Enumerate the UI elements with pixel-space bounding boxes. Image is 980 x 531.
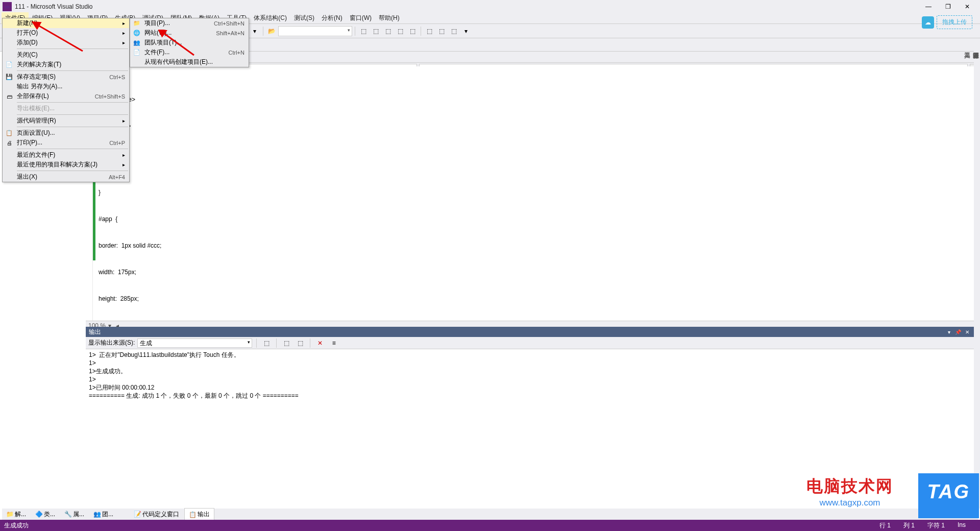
- output-text[interactable]: 1> 正在对"Debug\111.lastbuildstate"执行 Touch…: [86, 349, 974, 414]
- output-tool-icon[interactable]: ⬚: [281, 337, 292, 349]
- menu-add[interactable]: 添加(D) ▸: [3, 38, 129, 47]
- menu-help[interactable]: 帮助(H): [375, 12, 403, 24]
- output-title: 输出: [89, 328, 101, 336]
- window-controls: — ❐ ✕: [923, 2, 977, 12]
- menu-recent-projects[interactable]: 最近使用的项目和解决方案(J) ▸: [3, 160, 129, 170]
- status-ins: Ins: [958, 521, 966, 530]
- submenu-website-label: 网站(W)...: [144, 29, 172, 37]
- maximize-button[interactable]: ❐: [943, 2, 953, 12]
- print-icon: 🖨: [5, 139, 13, 147]
- menu-open[interactable]: 打开(O) ▸: [3, 28, 129, 38]
- status-line: 行 1: [879, 521, 891, 530]
- toolbar-separator: [256, 339, 257, 348]
- submenu-file[interactable]: 📄 文件(F)... Ctrl+N: [130, 47, 249, 57]
- submenu-from-existing[interactable]: 从现有代码创建项目(E)...: [130, 57, 249, 67]
- title-bar: 111 - Microsoft Visual Studio — ❐ ✕: [0, 0, 980, 13]
- bottom-tab-strip: 📁解... 🔷类... 🔧属... 👥团... 📝代码定义窗口 📋输出: [2, 509, 978, 520]
- code-content: et="utf-8"> 计算器</title> ="text/css"> px;…: [99, 66, 974, 327]
- tool-icon[interactable]: ⬚: [448, 26, 459, 37]
- menu-source-control[interactable]: 源代码管理(R) ▸: [3, 116, 129, 126]
- submenu-arrow-icon: ▸: [122, 40, 125, 45]
- find-combo[interactable]: [278, 26, 352, 36]
- menu-close-solution[interactable]: 📄 关闭解决方案(T): [3, 60, 129, 69]
- tool-find-icon[interactable]: 📂: [266, 26, 277, 37]
- shortcut-label: Ctrl+N: [229, 50, 244, 56]
- shortcut-label: Shift+Alt+N: [216, 30, 244, 36]
- tool-icon[interactable]: ⬚: [382, 26, 394, 37]
- watermark-title: 电脑技术网: [806, 475, 893, 498]
- output-clear-icon[interactable]: ✕: [314, 337, 326, 349]
- menu-save-as[interactable]: 输出 另存为(A)...: [3, 82, 129, 91]
- menu-test[interactable]: 测试(S): [290, 12, 318, 24]
- tool-icon[interactable]: ⬚: [395, 26, 406, 37]
- panel-dropdown-icon[interactable]: ▾: [945, 328, 952, 335]
- submenu-arrow-icon: ▸: [122, 162, 125, 167]
- submenu-team-project-label: 团队项目(T)...: [144, 38, 182, 47]
- minimize-button[interactable]: —: [923, 2, 934, 12]
- tool-icon[interactable]: ⬚: [358, 26, 369, 37]
- tool-icon[interactable]: ⬚: [370, 26, 381, 37]
- shortcut-label: Ctrl+Shift+S: [95, 93, 125, 100]
- output-tab[interactable]: 📋输出: [184, 508, 214, 520]
- menu-separator: [17, 102, 128, 103]
- menu-save-as-label: 输出 另存为(A)...: [17, 82, 62, 91]
- solution-icon: 📁: [6, 511, 13, 518]
- toolbar-separator: [355, 27, 355, 36]
- output-icon: 📋: [189, 511, 196, 518]
- menu-page-setup[interactable]: 📋 页面设置(U)...: [3, 128, 129, 138]
- submenu-from-existing-label: 从现有代码创建项目(E)...: [144, 58, 213, 66]
- cloud-upload[interactable]: ☁ 拖拽上传: [922, 15, 972, 29]
- watermark-url: www.tagxp.com: [806, 498, 893, 508]
- menu-save-all[interactable]: 🗃 全部保存(L) Ctrl+Shift+S: [3, 91, 129, 101]
- code-editor[interactable]: et="utf-8"> 计算器</title> ="text/css"> px;…: [86, 66, 974, 327]
- menu-separator: [17, 114, 128, 115]
- tool-dropdown-icon[interactable]: ▾: [460, 26, 472, 37]
- class-view-tab[interactable]: 🔷类...: [31, 509, 59, 520]
- menu-print[interactable]: 🖨 打印(P)... Ctrl+P: [3, 138, 129, 148]
- close-button[interactable]: ✕: [962, 2, 972, 12]
- menu-close-solution-label: 关闭解决方案(T): [17, 60, 61, 69]
- output-source-value: 生成: [140, 340, 152, 347]
- tool-icon[interactable]: ⬚: [436, 26, 447, 37]
- server-explorer-tab[interactable]: 服务器资源管理器: [971, 43, 980, 509]
- output-wrap-icon[interactable]: ≡: [328, 337, 339, 349]
- shortcut-label: Ctrl+P: [109, 140, 125, 146]
- toolbox-tab[interactable]: 工具箱: [963, 43, 971, 509]
- menu-save-selected[interactable]: 💾 保存选定项(S) Ctrl+S: [3, 72, 129, 82]
- output-panel: 输出 ▾ 📌 ✕ 显示输出来源(S): 生成 ⬚ ⬚ ⬚ ✕ ≡ 1> 正在对"…: [86, 327, 974, 414]
- output-tool-icon[interactable]: ⬚: [261, 337, 272, 349]
- toolbar-separator: [276, 339, 277, 348]
- team-explorer-tab[interactable]: 👥团...: [89, 509, 117, 520]
- output-header: 输出 ▾ 📌 ✕: [86, 327, 974, 337]
- project-icon: 📁: [133, 19, 141, 28]
- cloud-upload-label: 拖拽上传: [937, 15, 972, 29]
- submenu-team-project[interactable]: 👥 团队项目(T)...: [130, 38, 249, 47]
- menu-analyze[interactable]: 分析(N): [318, 12, 346, 24]
- properties-tab[interactable]: 🔧属...: [60, 509, 88, 520]
- menu-exit[interactable]: 退出(X) Alt+F4: [3, 172, 129, 182]
- code-definition-tab[interactable]: 📝代码定义窗口: [130, 509, 183, 520]
- solution-explorer-tab[interactable]: 📁解...: [2, 509, 30, 520]
- output-tool-icon[interactable]: ⬚: [295, 337, 306, 349]
- menu-new[interactable]: 新建(N) ▸: [3, 18, 129, 28]
- shortcut-label: Ctrl+S: [109, 74, 125, 80]
- status-col: 列 1: [903, 521, 915, 530]
- tool-icon[interactable]: ⬚: [407, 26, 418, 37]
- menu-separator: [17, 149, 128, 149]
- menu-close[interactable]: 关闭(C): [3, 50, 129, 60]
- menu-recent-files[interactable]: 最近的文件(F) ▸: [3, 150, 129, 160]
- team-project-icon: 👥: [133, 39, 141, 47]
- output-source-combo[interactable]: 生成: [137, 339, 252, 348]
- save-all-icon: 🗃: [5, 92, 13, 101]
- submenu-arrow-icon: ▸: [122, 118, 125, 124]
- tool-icon[interactable]: ⬚: [424, 26, 435, 37]
- panel-pin-icon[interactable]: 📌: [954, 328, 962, 335]
- team-icon: 👥: [93, 511, 101, 518]
- menu-recent-projects-label: 最近使用的项目和解决方案(J): [17, 160, 97, 169]
- menu-window[interactable]: 窗口(W): [346, 12, 375, 24]
- submenu-project[interactable]: 📁 项目(P)... Ctrl+Shift+N: [130, 18, 249, 28]
- tool-dropdown-icon[interactable]: ▾: [249, 26, 260, 37]
- submenu-website[interactable]: 🌐 网站(W)... Shift+Alt+N: [130, 28, 249, 38]
- menu-architecture[interactable]: 体系结构(C): [250, 12, 290, 24]
- menu-add-label: 添加(D): [17, 38, 38, 47]
